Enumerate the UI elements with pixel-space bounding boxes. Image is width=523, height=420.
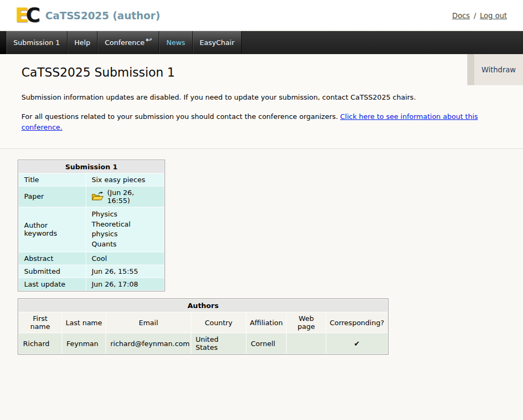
conference-role-title: CaTSS2025 (author) xyxy=(45,10,160,21)
contact-paragraph: For all questions related to your submis… xyxy=(21,111,496,148)
withdraw-link[interactable]: Withdraw xyxy=(481,65,515,74)
row-label-abstract: Abstract xyxy=(19,252,86,265)
table-row: Abstract Cool xyxy=(19,252,164,265)
nav-item-submission-1[interactable]: Submission 1 xyxy=(6,31,68,54)
row-label-title: Title xyxy=(19,174,86,186)
table-row: Paper (Jun 26, 16:55) xyxy=(19,186,164,207)
submission-table: Submission 1 Title Six easy pieces Paper xyxy=(18,160,165,291)
table-row: Last update Jun 26, 17:08 xyxy=(19,278,164,290)
keyword: Physics xyxy=(92,209,159,220)
withdraw-tab-edge xyxy=(467,54,474,85)
row-value-abstract: Cool xyxy=(86,252,164,265)
link-separator: / xyxy=(474,11,476,20)
open-folder-download-icon[interactable] xyxy=(92,191,104,201)
author-last-name: Feynman xyxy=(62,333,106,354)
nav-item-news[interactable]: News xyxy=(159,31,192,54)
row-label-last-update: Last update xyxy=(19,278,86,290)
easychair-logo-icon: EC xyxy=(15,5,38,25)
row-value-title: Six easy pieces xyxy=(86,174,164,186)
col-web-page: Web page xyxy=(287,312,326,333)
row-label-paper: Paper xyxy=(19,186,86,207)
nav-item-conference[interactable]: Conference↩ xyxy=(98,31,159,54)
col-first-name: First name xyxy=(19,312,62,333)
row-value-keywords: Physics Theoretical physics Quants xyxy=(86,207,164,252)
author-country: United States xyxy=(191,333,246,354)
authors-header-row: First name Last name Email Country Affil… xyxy=(19,312,387,333)
col-country: Country xyxy=(191,312,246,333)
nav-item-easychair[interactable]: EasyChair xyxy=(193,31,242,54)
return-arrow-icon: ↩ xyxy=(146,35,152,44)
logo-letter-c: C xyxy=(26,4,38,27)
col-last-name: Last name xyxy=(62,312,106,333)
author-first-name: Richard xyxy=(19,333,62,354)
col-email: Email xyxy=(106,312,191,333)
authors-table-title: Authors xyxy=(19,299,387,312)
withdraw-tab: Withdraw xyxy=(467,54,523,85)
table-row: Submission 1 xyxy=(19,161,164,173)
table-row: Authors xyxy=(19,299,387,312)
author-row: Richard Feynman richard@feynman.com Unit… xyxy=(19,333,387,354)
header-links: Docs / Log out xyxy=(452,11,507,20)
logo-letter-e: E xyxy=(15,4,26,27)
updates-disabled-notice: Submission information updates are disab… xyxy=(21,92,496,103)
author-web-page xyxy=(287,333,326,354)
table-row: Title Six easy pieces xyxy=(19,174,164,186)
keyword: Quants xyxy=(92,239,159,250)
author-email: richard@feynman.com xyxy=(106,333,191,354)
tables-section: Submission 1 Title Six easy pieces Paper xyxy=(0,149,523,355)
intro-section: CaTSS2025 Submission 1 Submission inform… xyxy=(0,54,523,148)
docs-link[interactable]: Docs xyxy=(452,11,470,20)
row-value-submitted: Jun 26, 15:55 xyxy=(86,265,164,278)
brand-area: EC CaTSS2025 (author) xyxy=(15,5,160,25)
row-value-paper: (Jun 26, 16:55) xyxy=(86,186,164,207)
author-corresponding-checkmark: ✔ xyxy=(326,333,387,354)
row-value-last-update: Jun 26, 17:08 xyxy=(86,278,164,290)
col-corresponding: Corresponding? xyxy=(326,312,387,333)
nav-filler xyxy=(242,31,523,54)
main-nav: Submission 1 Help Conference↩ News EasyC… xyxy=(0,31,523,54)
authors-table: Authors First name Last name Email Count… xyxy=(18,298,388,355)
withdraw-tab-panel: Withdraw xyxy=(474,54,523,85)
submission-table-title: Submission 1 xyxy=(19,161,164,173)
table-row: Submitted Jun 26, 15:55 xyxy=(19,265,164,278)
col-affiliation: Affiliation xyxy=(246,312,286,333)
page-title: CaTSS2025 Submission 1 xyxy=(21,54,523,79)
keyword: Theoretical physics xyxy=(92,220,159,240)
table-row: Author keywords Physics Theoretical phys… xyxy=(19,207,164,252)
logout-link[interactable]: Log out xyxy=(480,11,507,20)
paper-timestamp: (Jun 26, 16:55) xyxy=(107,189,159,205)
author-affiliation: Cornell xyxy=(246,333,286,354)
app-header: EC CaTSS2025 (author) Docs / Log out xyxy=(0,0,523,31)
row-label-submitted: Submitted xyxy=(19,265,86,278)
nav-lead-spacer xyxy=(0,31,6,54)
contact-text: For all questions related to your submis… xyxy=(21,112,338,121)
nav-item-help[interactable]: Help xyxy=(68,31,98,54)
row-label-keywords: Author keywords xyxy=(19,207,86,252)
